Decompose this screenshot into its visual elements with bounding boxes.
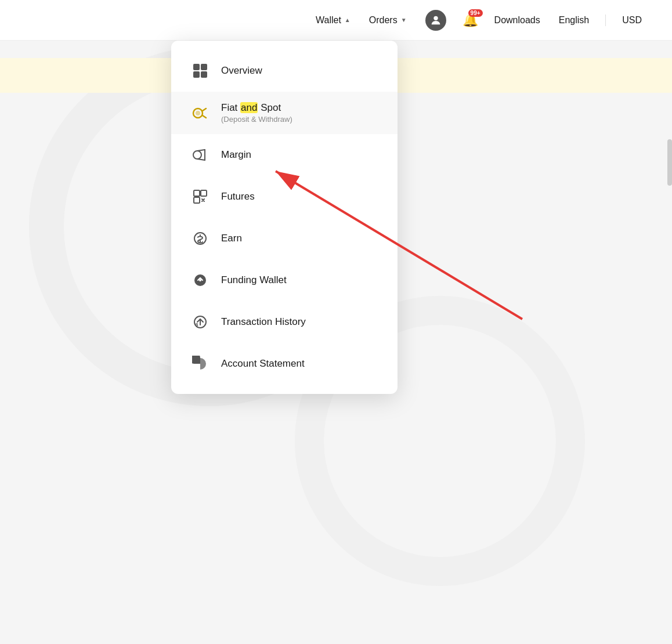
earn-label: Earn <box>221 233 242 244</box>
menu-item-earn[interactable]: Earn <box>171 218 398 259</box>
fiat-spot-label: Fiat and Spot <box>221 102 292 114</box>
menu-item-funding-wallet[interactable]: Funding Wallet <box>171 259 398 301</box>
navbar: Wallet ▲ Orders ▼ 🔔 99+ Downloads Englis… <box>0 0 672 41</box>
overview-label: Overview <box>221 65 262 77</box>
orders-nav-item[interactable]: Orders ▼ <box>362 10 414 30</box>
wallet-chevron-icon: ▲ <box>345 17 351 23</box>
svg-point-7 <box>193 151 201 159</box>
account-statement-label: Account Statement <box>221 358 305 370</box>
futures-label: Futures <box>221 191 255 202</box>
transaction-history-text: Transaction History <box>221 316 306 328</box>
svg-point-6 <box>196 111 200 115</box>
english-label: English <box>559 15 589 26</box>
account-statement-icon <box>190 353 211 374</box>
svg-rect-4 <box>201 71 207 78</box>
orders-chevron-icon: ▼ <box>401 17 407 23</box>
svg-point-0 <box>433 16 438 20</box>
avatar-button[interactable] <box>418 5 453 35</box>
account-statement-text: Account Statement <box>221 358 305 370</box>
margin-label: Margin <box>221 149 251 161</box>
notifications-button[interactable]: 🔔 99+ <box>458 8 483 32</box>
downloads-nav-item[interactable]: Downloads <box>487 10 547 30</box>
menu-item-transaction-history[interactable]: $ Transaction History <box>171 301 398 343</box>
menu-item-margin[interactable]: Margin <box>171 134 398 176</box>
overview-icon <box>190 60 211 81</box>
futures-icon <box>190 186 211 207</box>
downloads-label: Downloads <box>494 15 540 26</box>
svg-rect-9 <box>201 190 207 196</box>
orders-label: Orders <box>369 15 398 26</box>
margin-icon <box>190 144 211 165</box>
scrollbar[interactable] <box>667 139 672 186</box>
svg-text:$: $ <box>196 322 198 327</box>
nav-divider <box>605 15 606 26</box>
overview-text: Overview <box>221 65 262 77</box>
earn-text: Earn <box>221 233 242 244</box>
user-avatar-icon <box>425 10 446 31</box>
menu-item-futures[interactable]: Futures <box>171 176 398 218</box>
funding-wallet-label: Funding Wallet <box>221 274 287 286</box>
fiat-spot-text: Fiat and Spot (Deposit & Withdraw) <box>221 102 292 124</box>
menu-item-fiat-and-spot[interactable]: Fiat and Spot (Deposit & Withdraw) <box>171 92 398 134</box>
transaction-history-icon: $ <box>190 312 211 332</box>
english-nav-item[interactable]: English <box>552 10 596 30</box>
svg-rect-2 <box>201 64 207 70</box>
notification-badge: 99+ <box>468 9 483 17</box>
funding-wallet-text: Funding Wallet <box>221 274 287 286</box>
svg-rect-3 <box>193 71 200 78</box>
svg-rect-10 <box>194 197 200 203</box>
margin-text: Margin <box>221 149 251 161</box>
menu-item-overview[interactable]: Overview <box>171 50 398 92</box>
menu-item-account-statement[interactable]: Account Statement <box>171 343 398 385</box>
futures-text: Futures <box>221 191 255 202</box>
svg-point-13 <box>199 279 201 281</box>
earn-icon <box>190 228 211 249</box>
transaction-history-label: Transaction History <box>221 316 306 328</box>
usd-label: USD <box>622 15 642 26</box>
svg-rect-8 <box>194 190 200 196</box>
svg-rect-1 <box>193 64 200 70</box>
wallet-dropdown-menu: Overview Fiat and Spot (Deposit & Withdr… <box>171 41 398 394</box>
fiat-spot-sublabel: (Deposit & Withdraw) <box>221 115 292 124</box>
funding-wallet-icon <box>190 270 211 291</box>
wallet-nav-item[interactable]: Wallet ▲ <box>309 10 357 30</box>
wallet-label: Wallet <box>316 15 341 26</box>
highlight-and: and <box>240 102 258 113</box>
usd-nav-item[interactable]: USD <box>615 10 649 30</box>
fiat-spot-icon <box>190 103 211 124</box>
